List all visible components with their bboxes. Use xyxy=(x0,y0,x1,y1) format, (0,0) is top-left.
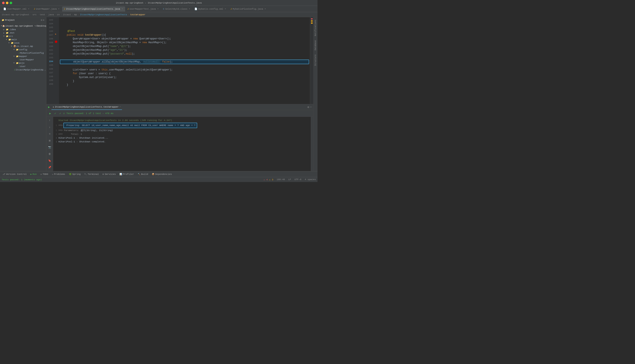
version-control-icon: ⎇ xyxy=(3,173,5,176)
tree-root[interactable]: ▼ 🏠 itcast-mp-springboot ~/Desktop/项 xyxy=(0,24,46,28)
tree-item-label: src xyxy=(9,35,13,38)
tree-src[interactable]: ▼ 📁 src xyxy=(0,34,46,38)
services-button[interactable]: ⚙ Services xyxy=(101,172,118,176)
tab-label: ItcastMpSpringbootApplicationTests.java xyxy=(66,8,120,10)
maximize-button[interactable] xyxy=(10,2,12,4)
tree-config[interactable]: ▼ 📁 config xyxy=(0,48,46,51)
line-sep-status[interactable]: LF xyxy=(288,178,291,181)
structure-right-label[interactable]: Structure xyxy=(314,53,317,68)
indent-status[interactable]: 4 spaces xyxy=(305,178,316,181)
tab-userMapper-java[interactable]: J UserMapper.java × xyxy=(32,6,62,12)
tab-userMapperTest[interactable]: J UserMapperTest.java × xyxy=(126,6,161,12)
tab-close-icon[interactable]: × xyxy=(121,8,123,10)
settings-icon[interactable]: ⚙ xyxy=(307,106,309,109)
database-label[interactable]: Database xyxy=(314,38,317,52)
run-scrollbar[interactable] xyxy=(311,117,313,171)
java-icon: J xyxy=(230,8,232,10)
run-tab[interactable]: ◉ ItcastMpSpringbootApplicationTests.tes… xyxy=(52,104,122,110)
bookmark-icon[interactable]: 🔖 xyxy=(47,158,52,163)
pin-icon[interactable]: 📌 xyxy=(47,165,52,170)
position-status[interactable]: 188:40 xyxy=(277,178,285,181)
scroll-up-icon[interactable]: ↑ xyxy=(47,118,52,123)
breadcrumb-item[interactable]: java xyxy=(48,14,54,16)
notifications-label[interactable]: Notifications xyxy=(314,18,317,38)
tab-close-icon[interactable]: × xyxy=(188,8,191,10)
tab-mybatis-config[interactable]: 📄 mybatis-config.xml × xyxy=(193,6,228,12)
services-icon: ⚙ xyxy=(103,173,104,176)
code-editor[interactable]: @Test public void testWrapper(){ QueryWr… xyxy=(59,17,310,104)
folder-icon: 📁 xyxy=(6,28,9,31)
tree-itcast-app[interactable]: J ItcastMpSpringbootAp... xyxy=(0,68,46,72)
encoding-status[interactable]: UTF-8 xyxy=(294,178,301,181)
editor-content[interactable]: 183 184 185 186 187 188 189 190 191 192 … xyxy=(46,17,313,104)
breadcrumb-item[interactable]: itcast xyxy=(63,14,71,16)
breadcrumb-item[interactable]: mp xyxy=(74,14,77,16)
folder-icon: 📁 xyxy=(6,35,9,38)
wrap-icon[interactable]: ≡ xyxy=(47,132,52,136)
tab-itcast-test[interactable]: J ItcastMpSpringbootApplicationTests.jav… xyxy=(62,6,125,12)
problems-icon: ⚠ xyxy=(52,173,53,176)
code-line-198: System.out.println(user); xyxy=(61,76,308,79)
profiler-label: Profiler xyxy=(123,173,134,176)
breadcrumb-item[interactable]: cn xyxy=(57,14,60,16)
line-numbers: 183 184 185 186 187 188 189 190 191 192 … xyxy=(46,17,55,104)
tab-label: UserMapper.java xyxy=(36,8,57,10)
dependencies-button[interactable]: 📦 Dependencies xyxy=(150,172,173,176)
run-icon[interactable]: ▶ xyxy=(48,105,50,109)
clear-icon[interactable]: 🗑 xyxy=(47,152,52,156)
minimize-icon[interactable]: ─ xyxy=(310,106,312,108)
tab-close-icon[interactable]: × xyxy=(58,8,60,10)
tab-close-icon[interactable]: × xyxy=(264,8,267,10)
problems-button[interactable]: ⚠ Problems xyxy=(50,172,67,176)
scroll-down-icon[interactable]: ↓ xyxy=(47,125,52,130)
tree-item-label: mapper xyxy=(19,55,27,58)
tree-mybatisplus-config[interactable]: J MybatisPlusConfig xyxy=(0,51,46,55)
folder-icon: 📁 xyxy=(16,48,19,51)
tree-pojo[interactable]: ▼ 📁 pojo xyxy=(0,62,46,65)
run-button[interactable]: ▶ Run xyxy=(29,172,39,176)
run-panel: ▶ ◉ ItcastMpSpringbootApplicationTests.t… xyxy=(46,104,313,171)
settings-icon[interactable]: ⚙ xyxy=(43,19,44,22)
version-control-button[interactable]: ⎇ Version Control xyxy=(1,172,28,176)
tab-close-icon[interactable]: × xyxy=(224,8,227,10)
gutter: ➤ xyxy=(55,17,59,104)
tab-mybatisPlus[interactable]: J MybatisPlusConfig.java × xyxy=(229,6,268,12)
tree-mvn[interactable]: ▶ 📁 .mvn xyxy=(0,31,46,34)
todo-label: TODO xyxy=(43,173,48,176)
breakpoint-indicator[interactable] xyxy=(55,40,59,44)
tab-close-icon[interactable]: × xyxy=(157,8,159,10)
tab-close-icon[interactable]: × xyxy=(27,8,30,10)
tree-mapper[interactable]: ▼ 📁 mapper xyxy=(0,55,46,58)
camera-icon[interactable]: 📷 xyxy=(47,145,52,150)
tab-userMapper-xml[interactable]: 📄 UserMapper.xml × xyxy=(2,6,32,12)
tree-main[interactable]: ▼ 📁 main xyxy=(0,38,46,41)
breadcrumb-item[interactable]: src xyxy=(33,14,37,16)
run-tab-close-icon[interactable]: × xyxy=(119,106,121,108)
breadcrumb-item[interactable]: ItcastMpSpringbootApplicationTests xyxy=(80,14,127,16)
java-icon: J xyxy=(127,8,129,10)
terminal-button[interactable]: >_ Terminal xyxy=(83,172,101,176)
sync-icon[interactable]: ⊞ xyxy=(41,19,42,22)
tree-cn-itcast[interactable]: ▼ 📦 cn.itcast.mp xyxy=(0,45,46,48)
rerun-button[interactable]: ▶ xyxy=(48,111,52,116)
build-button[interactable]: 🔨 Build xyxy=(136,172,150,176)
breadcrumb-item[interactable]: itcast-mp-springboot xyxy=(2,14,29,16)
tab-label: UserMapperTest.java xyxy=(130,8,156,10)
todo-button[interactable]: ☑ TODO xyxy=(39,172,50,176)
minimize-button[interactable] xyxy=(6,2,9,4)
tree-user[interactable]: J User xyxy=(0,65,46,68)
tree-usermapper[interactable]: J UserMapper xyxy=(0,58,46,62)
traffic-lights xyxy=(2,2,12,4)
spring-button[interactable]: 🌿 Spring xyxy=(67,172,82,176)
close-button[interactable] xyxy=(2,2,5,4)
code-line-184 xyxy=(61,22,308,26)
breadcrumb-item[interactable]: test xyxy=(40,14,45,16)
code-line-186: @Test xyxy=(61,29,308,33)
filter-icon[interactable]: ▤ xyxy=(47,138,52,143)
profiler-button[interactable]: 📊 Profiler xyxy=(118,172,136,176)
breadcrumb-item[interactable]: testWrapper xyxy=(130,14,145,16)
tab-selectById[interactable]: C SelectById.class × xyxy=(161,6,192,12)
tree-idea[interactable]: ▶ 📁 .idea xyxy=(0,28,46,31)
tree-java[interactable]: ▼ 📁 java xyxy=(0,41,46,45)
tab-label: MybatisPlusConfig.java xyxy=(233,8,263,10)
